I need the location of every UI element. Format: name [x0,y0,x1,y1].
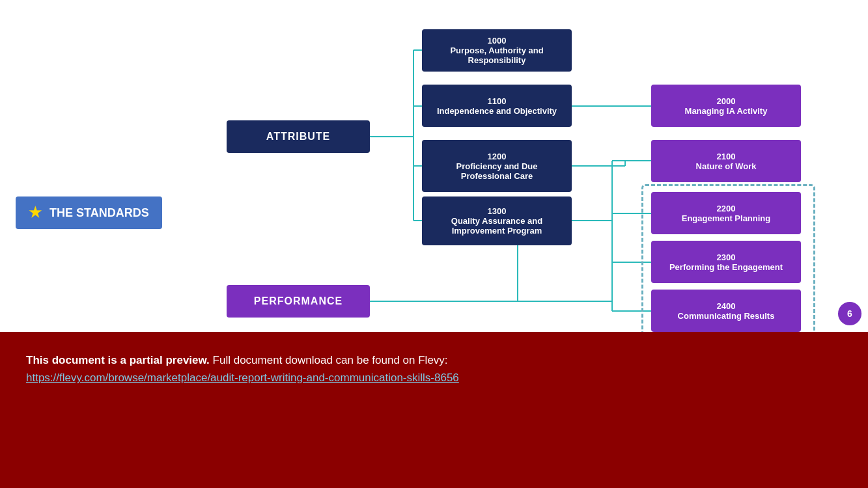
n2200-box: 2200Engagement Planning [651,192,801,234]
n1300-box: 1300Quality Assurance and Improvement Pr… [422,197,572,245]
preview-full-text: Full document download can be found on F… [213,354,448,366]
n2300-box: 2300Performing the Engagement [651,241,801,283]
preview-bold: This document is a partial preview. [26,354,210,366]
n1100-box: 1100Independence and Objectivity [422,85,572,127]
n2000-box: 2000Managing IA Activity [651,85,801,127]
page-number: 6 [838,302,861,325]
diagram-area: .conn { stroke: #2bbaba; stroke-width: 2… [0,0,868,332]
standards-label: ★ THE STANDARDS [16,197,162,229]
n2100-box: 2100Nature of Work [651,140,801,182]
n1000-box: 1000Purpose, Authority and Responsibilit… [422,29,572,72]
n2400-box: 2400Communicating Results [651,290,801,332]
standards-text: THE STANDARDS [49,206,149,220]
star-icon: ★ [29,204,42,221]
flevy-link[interactable]: https://flevy.com/browse/marketplace/aud… [26,372,459,384]
footer-preview-text: This document is a partial preview. Full… [26,351,842,386]
n1200-box: 1200Proficiency and Due Professional Car… [422,140,572,192]
footer: This document is a partial preview. Full… [0,332,868,488]
performance-box: PERFORMANCE [227,285,370,318]
attribute-box: ATTRIBUTE [227,120,370,153]
